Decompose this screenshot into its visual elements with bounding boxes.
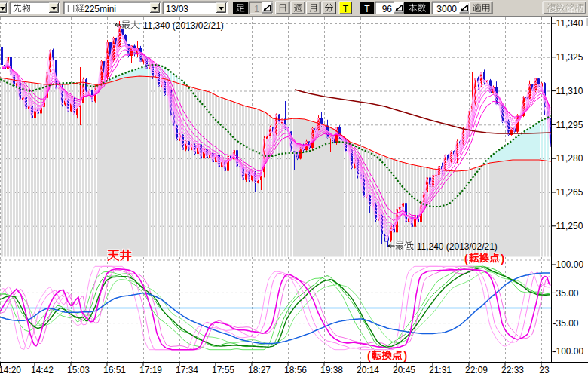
svg-text:225mini: 225mini — [84, 4, 116, 14]
svg-text:3000: 3000 — [436, 4, 457, 14]
svg-text:20:45: 20:45 — [393, 365, 415, 375]
svg-text:17:34: 17:34 — [176, 365, 198, 375]
svg-text:T: T — [343, 4, 349, 14]
svg-text:1: 1 — [254, 4, 259, 14]
svg-text:100.00: 100.00 — [556, 259, 584, 270]
svg-text:21:31: 21:31 — [429, 365, 452, 375]
svg-text:19:38: 19:38 — [320, 365, 343, 375]
svg-text:(: ( — [367, 350, 371, 362]
svg-text:20:14: 20:14 — [357, 365, 379, 375]
svg-text:17:55: 17:55 — [212, 365, 234, 375]
svg-text:T: T — [364, 4, 370, 14]
svg-text:35.00: 35.00 — [556, 288, 579, 299]
svg-text:: 11,240 (2013/02/21): : 11,240 (2013/02/21) — [412, 241, 498, 252]
svg-text:22:09: 22:09 — [465, 365, 488, 375]
svg-text:-35.00: -35.00 — [553, 318, 579, 329]
svg-text:16:51: 16:51 — [103, 365, 126, 375]
svg-text:11,265: 11,265 — [556, 187, 583, 198]
svg-text:11,250: 11,250 — [556, 221, 583, 231]
svg-text:11,310: 11,310 — [556, 86, 583, 97]
svg-text:-100.00: -100.00 — [553, 346, 584, 357]
svg-text:11,325: 11,325 — [556, 52, 583, 63]
svg-text:11,340: 11,340 — [556, 18, 583, 29]
svg-text:): ) — [404, 350, 408, 362]
svg-text:14:20: 14:20 — [0, 365, 21, 375]
svg-text:(: ( — [464, 253, 468, 265]
svg-text:18:56: 18:56 — [284, 365, 307, 375]
svg-text:15:03: 15:03 — [67, 365, 90, 375]
svg-text:23: 23 — [539, 365, 550, 375]
svg-text:): ) — [501, 253, 505, 265]
svg-text:18:27: 18:27 — [248, 365, 271, 375]
svg-text:13/03: 13/03 — [166, 4, 188, 14]
svg-text:11,280: 11,280 — [556, 153, 583, 164]
svg-text:96: 96 — [382, 4, 393, 14]
svg-text:11,295: 11,295 — [556, 120, 583, 130]
svg-text:17:19: 17:19 — [139, 365, 162, 375]
svg-text:14:42: 14:42 — [31, 365, 54, 375]
svg-text:22:33: 22:33 — [501, 365, 524, 375]
svg-text:: 11,340 (2013/02/21): : 11,340 (2013/02/21) — [138, 20, 224, 31]
